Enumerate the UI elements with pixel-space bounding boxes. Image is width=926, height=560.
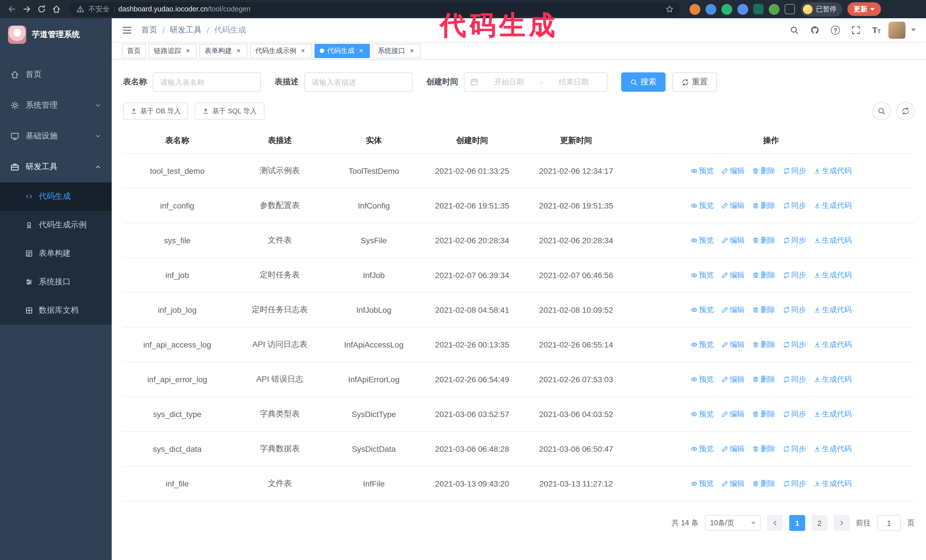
- generate-code-link[interactable]: 生成代码: [814, 235, 852, 246]
- sidebar-item-code-generation-example[interactable]: 代码生成示例: [0, 211, 112, 239]
- sync-link[interactable]: 同步: [783, 409, 806, 419]
- generate-code-link[interactable]: 生成代码: [814, 340, 852, 350]
- sync-link[interactable]: 同步: [783, 340, 806, 350]
- tab-codegen-example[interactable]: 代码生成示例: [250, 44, 312, 58]
- browser-update-button[interactable]: 更新: [847, 2, 881, 16]
- refresh-table-button[interactable]: [896, 102, 915, 120]
- sync-link[interactable]: 同步: [783, 235, 806, 246]
- browser-forward-button[interactable]: [20, 2, 34, 17]
- preview-link[interactable]: 预览: [690, 235, 714, 246]
- tab-system-api[interactable]: 系统接口: [373, 44, 421, 58]
- generate-code-link[interactable]: 生成代码: [814, 374, 852, 385]
- search-button[interactable]: 搜索: [621, 72, 666, 92]
- edit-link[interactable]: 编辑: [721, 166, 744, 176]
- import-db-button[interactable]: 基于 DB 导入: [123, 103, 188, 120]
- browser-back-button[interactable]: [5, 2, 20, 17]
- sidebar-item-system-api[interactable]: 系统接口: [0, 268, 112, 296]
- delete-link[interactable]: 删除: [752, 374, 775, 385]
- prev-page-button[interactable]: [767, 515, 783, 531]
- tab-home[interactable]: 首页: [122, 44, 146, 58]
- tab-form-builder[interactable]: 表单构建: [200, 44, 247, 58]
- browser-profile-chip[interactable]: 已暂停: [800, 2, 842, 16]
- sync-link[interactable]: 同步: [783, 305, 806, 315]
- extension-icon[interactable]: [769, 4, 779, 15]
- page-size-select[interactable]: 10条/页: [705, 515, 761, 531]
- hamburger-icon[interactable]: [122, 25, 132, 35]
- end-date-placeholder[interactable]: 结束日期: [546, 77, 601, 87]
- sidebar-item-system-management[interactable]: 系统管理: [0, 90, 112, 121]
- sidebar-item-home[interactable]: 首页: [0, 59, 112, 90]
- browser-reload-button[interactable]: [34, 2, 49, 17]
- sidebar-item-infrastructure[interactable]: 基础设施: [0, 121, 112, 151]
- sidebar-item-form-builder[interactable]: 表单构建: [0, 239, 112, 268]
- delete-link[interactable]: 删除: [752, 478, 775, 489]
- delete-link[interactable]: 删除: [752, 270, 775, 280]
- close-icon[interactable]: [357, 47, 365, 54]
- import-sql-button[interactable]: 基于 SQL 导入: [195, 103, 264, 120]
- sidebar-item-dev-tools[interactable]: 研发工具: [0, 151, 112, 182]
- search-icon[interactable]: [786, 21, 803, 38]
- bookmark-star-icon[interactable]: [666, 5, 673, 13]
- font-size-icon[interactable]: [868, 21, 885, 38]
- toggle-search-button[interactable]: [872, 102, 891, 120]
- generate-code-link[interactable]: 生成代码: [814, 305, 852, 315]
- preview-link[interactable]: 预览: [690, 305, 714, 315]
- preview-link[interactable]: 预览: [690, 374, 714, 385]
- extension-icon[interactable]: [705, 4, 716, 15]
- breadcrumb-home[interactable]: 首页: [141, 25, 157, 35]
- delete-link[interactable]: 删除: [752, 235, 775, 246]
- edit-link[interactable]: 编辑: [721, 201, 744, 211]
- sync-link[interactable]: 同步: [783, 478, 806, 489]
- start-date-placeholder[interactable]: 开始日期: [481, 77, 537, 87]
- preview-link[interactable]: 预览: [690, 409, 714, 419]
- generate-code-link[interactable]: 生成代码: [814, 201, 852, 211]
- edit-link[interactable]: 编辑: [721, 409, 744, 419]
- generate-code-link[interactable]: 生成代码: [814, 166, 852, 176]
- generate-code-link[interactable]: 生成代码: [814, 478, 852, 489]
- preview-link[interactable]: 预览: [690, 444, 714, 454]
- table-name-input[interactable]: [153, 72, 261, 92]
- extensions-puzzle-icon[interactable]: [785, 4, 795, 14]
- generate-code-link[interactable]: 生成代码: [814, 409, 852, 419]
- breadcrumb-dev-tools[interactable]: 研发工具: [170, 25, 202, 35]
- edit-link[interactable]: 编辑: [721, 270, 744, 280]
- preview-link[interactable]: 预览: [690, 478, 714, 489]
- delete-link[interactable]: 删除: [752, 305, 775, 315]
- extension-icon[interactable]: [737, 4, 748, 15]
- sidebar-item-code-generation[interactable]: 代码生成: [0, 182, 112, 211]
- edit-link[interactable]: 编辑: [721, 374, 744, 385]
- sync-link[interactable]: 同步: [783, 444, 806, 454]
- table-desc-input[interactable]: [304, 72, 413, 92]
- sidebar-logo[interactable]: 芋道管理系统: [0, 18, 112, 51]
- goto-page-input[interactable]: [877, 515, 901, 531]
- edit-link[interactable]: 编辑: [721, 305, 744, 315]
- sync-link[interactable]: 同步: [783, 201, 806, 211]
- edit-link[interactable]: 编辑: [721, 340, 744, 350]
- sync-link[interactable]: 同步: [783, 166, 806, 176]
- user-avatar[interactable]: [888, 21, 905, 38]
- browser-home-button[interactable]: [49, 2, 64, 17]
- extension-icon[interactable]: [754, 4, 764, 14]
- next-page-button[interactable]: [834, 515, 850, 531]
- reset-button[interactable]: 重置: [672, 72, 717, 92]
- edit-link[interactable]: 编辑: [721, 478, 744, 489]
- help-icon[interactable]: [827, 21, 844, 38]
- delete-link[interactable]: 删除: [752, 444, 775, 454]
- date-range-picker[interactable]: 开始日期 - 结束日期: [464, 72, 607, 92]
- sync-link[interactable]: 同步: [783, 270, 806, 280]
- sync-link[interactable]: 同步: [783, 374, 806, 385]
- extension-icon[interactable]: [722, 4, 732, 15]
- edit-link[interactable]: 编辑: [721, 235, 744, 246]
- preview-link[interactable]: 预览: [690, 201, 714, 211]
- sidebar-item-database-doc[interactable]: 数据库文档: [0, 296, 112, 325]
- delete-link[interactable]: 删除: [752, 201, 775, 211]
- edit-link[interactable]: 编辑: [721, 444, 744, 454]
- address-bar[interactable]: 不安全 dashboard.yudao.iocoder.cn/tool/code…: [70, 2, 680, 16]
- tab-trace[interactable]: 链路追踪: [149, 44, 197, 58]
- delete-link[interactable]: 删除: [752, 409, 775, 419]
- delete-link[interactable]: 删除: [752, 340, 775, 350]
- generate-code-link[interactable]: 生成代码: [814, 270, 852, 280]
- close-icon[interactable]: [235, 47, 242, 54]
- preview-link[interactable]: 预览: [690, 166, 714, 176]
- delete-link[interactable]: 删除: [752, 166, 775, 176]
